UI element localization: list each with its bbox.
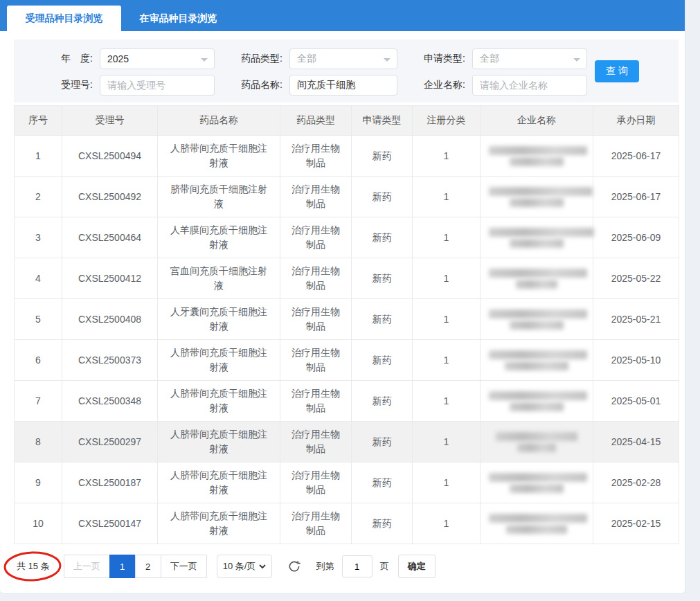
drug-type-cell: 治疗用生物制品 xyxy=(280,422,352,463)
drug-name-cell: 宫血间充质干细胞注射液 xyxy=(158,258,280,299)
table-row[interactable]: 7CXSL2500348人脐带间充质干细胞注射液治疗用生物制品新药12025-0… xyxy=(15,381,679,422)
prev-page-button[interactable]: 上一页 xyxy=(64,555,110,578)
index-cell: 8 xyxy=(15,422,62,463)
index-cell: 4 xyxy=(15,258,62,299)
page-button-group: 上一页 12 下一页 xyxy=(64,555,207,578)
page-size-value: 10 条/页 xyxy=(223,560,256,573)
company-cell-redacted xyxy=(481,177,593,217)
column-header: 申请类型 xyxy=(352,106,413,136)
acceptance-no-cell: CXSL2500297 xyxy=(62,422,158,463)
goto-page-suffix: 页 xyxy=(380,560,389,573)
acceptance-no-cell: CXSL2500187 xyxy=(62,463,158,503)
drug-type-cell: 治疗用生物制品 xyxy=(280,381,352,422)
apply-type-cell: 新药 xyxy=(352,340,413,381)
company-cell-redacted xyxy=(481,503,593,544)
apply-type-select[interactable]: 全部 xyxy=(472,48,587,69)
date-cell: 2025-06-09 xyxy=(593,217,679,258)
table-row[interactable]: 10CXSL2500147人脐带间充质干细胞注射液治疗用生物制品新药12025-… xyxy=(15,503,679,544)
index-cell: 10 xyxy=(15,503,62,544)
year-label: 年 度: xyxy=(43,53,93,65)
acceptance-no-cell: CXSL2500492 xyxy=(62,177,158,217)
column-header: 药品类型 xyxy=(280,106,352,136)
index-cell: 2 xyxy=(15,177,62,217)
table-row[interactable]: 1CXSL2500494人脐带间充质干细胞注射液治疗用生物制品新药12025-0… xyxy=(15,136,679,177)
apply-type-cell: 新药 xyxy=(352,258,413,299)
column-header: 受理号 xyxy=(62,106,158,136)
goto-page-input[interactable] xyxy=(342,555,373,577)
table-body: 1CXSL2500494人脐带间充质干细胞注射液治疗用生物制品新药12025-0… xyxy=(15,136,679,544)
table-row[interactable]: 5CXSL2500408人牙囊间充质干细胞注射液治疗用生物制品新药12025-0… xyxy=(15,299,679,340)
company-cell-redacted xyxy=(481,217,593,258)
column-header: 注册分类 xyxy=(413,106,481,136)
table-row[interactable]: 8CXSL2500297人脐带间充质干细胞注射液治疗用生物制品新药12025-0… xyxy=(15,422,679,463)
reg-class-cell: 1 xyxy=(413,422,481,463)
page-button-1[interactable]: 1 xyxy=(109,555,136,578)
company-cell-redacted xyxy=(481,258,593,299)
apply-type-cell: 新药 xyxy=(352,299,413,340)
company-name-label: 企业名称: xyxy=(413,79,465,91)
filter-panel: 年 度: 2025 药品类型: 全部 申请类型: 全部 受理号: 药品名称: 企… xyxy=(14,39,679,102)
reg-class-cell: 1 xyxy=(413,217,481,258)
chevron-down-icon xyxy=(259,564,266,569)
drug-type-cell: 治疗用生物制品 xyxy=(280,503,352,544)
date-cell: 2025-06-17 xyxy=(593,136,679,177)
table-row[interactable]: 9CXSL2500187人脐带间充质干细胞注射液治疗用生物制品新药12025-0… xyxy=(15,463,679,503)
reg-class-cell: 1 xyxy=(413,177,481,217)
drug-name-cell: 人脐带间充质干细胞注射液 xyxy=(158,136,280,177)
page-size-select[interactable]: 10 条/页 xyxy=(217,555,272,578)
acceptance-no-cell: CXSL2500348 xyxy=(62,381,158,422)
drug-name-input[interactable] xyxy=(289,75,397,96)
apply-type-cell: 新药 xyxy=(352,177,413,217)
column-header: 承办日期 xyxy=(593,106,679,136)
drug-type-select[interactable]: 全部 xyxy=(289,48,397,69)
index-cell: 1 xyxy=(15,136,62,177)
company-cell-redacted xyxy=(481,381,593,422)
acceptance-no-label: 受理号: xyxy=(43,79,93,91)
drug-name-cell: 人脐带间充质干细胞注射液 xyxy=(158,422,280,463)
apply-type-cell: 新药 xyxy=(352,463,413,503)
reg-class-cell: 1 xyxy=(413,299,481,340)
reg-class-cell: 1 xyxy=(413,340,481,381)
apply-type-cell: 新药 xyxy=(352,136,413,177)
refresh-icon[interactable] xyxy=(287,559,301,573)
page-button-2[interactable]: 2 xyxy=(135,555,161,578)
apply-type-cell: 新药 xyxy=(352,217,413,258)
date-cell: 2025-05-10 xyxy=(593,340,679,381)
drug-name-cell: 人脐带间充质干细胞注射液 xyxy=(158,463,280,503)
drug-type-cell: 治疗用生物制品 xyxy=(280,217,352,258)
next-page-button[interactable]: 下一页 xyxy=(161,555,207,578)
company-cell-redacted xyxy=(481,422,593,463)
date-cell: 2025-05-21 xyxy=(593,299,679,340)
drug-type-cell: 治疗用生物制品 xyxy=(280,258,352,299)
index-cell: 3 xyxy=(15,217,62,258)
date-cell: 2025-02-15 xyxy=(593,503,679,544)
date-cell: 2025-05-22 xyxy=(593,258,679,299)
drug-name-cell: 人脐带间充质干细胞注射液 xyxy=(158,503,280,544)
acceptance-no-cell: CXSL2500412 xyxy=(62,258,158,299)
table-row[interactable]: 6CXSL2500373人脐带间充质干细胞注射液治疗用生物制品新药12025-0… xyxy=(15,340,679,381)
confirm-button[interactable]: 确定 xyxy=(398,555,436,578)
drug-type-cell: 治疗用生物制品 xyxy=(280,463,352,503)
company-cell-redacted xyxy=(481,340,593,381)
date-cell: 2025-02-28 xyxy=(593,463,679,503)
acceptance-no-cell: CXSL2500408 xyxy=(62,299,158,340)
tab-under-review-catalog[interactable]: 在审品种目录浏览 xyxy=(121,6,235,31)
index-cell: 6 xyxy=(15,340,62,381)
acceptance-no-cell: CXSL2500494 xyxy=(62,136,158,177)
company-name-input[interactable] xyxy=(472,75,587,96)
reg-class-cell: 1 xyxy=(413,258,481,299)
tab-bar: 受理品种目录浏览 在审品种目录浏览 xyxy=(0,0,685,31)
content-card: 受理品种目录浏览 在审品种目录浏览 年 度: 2025 药品类型: 全部 申请类… xyxy=(0,0,685,594)
acceptance-no-input[interactable] xyxy=(100,75,215,96)
apply-type-cell: 新药 xyxy=(352,381,413,422)
year-select[interactable]: 2025 xyxy=(100,48,215,69)
drug-type-cell: 治疗用生物制品 xyxy=(280,136,352,177)
drug-type-label: 药品类型: xyxy=(230,53,282,65)
reg-class-cell: 1 xyxy=(413,136,481,177)
table-row[interactable]: 4CXSL2500412宫血间充质干细胞注射液治疗用生物制品新药12025-05… xyxy=(15,258,679,299)
reg-class-cell: 1 xyxy=(413,503,481,544)
table-row[interactable]: 3CXSL2500464人羊膜间充质干细胞注射液治疗用生物制品新药12025-0… xyxy=(15,217,679,258)
search-button[interactable]: 查 询 xyxy=(595,60,639,82)
tab-accepted-catalog[interactable]: 受理品种目录浏览 xyxy=(7,6,121,31)
table-row[interactable]: 2CXSL2500492脐带间充质干细胞注射液治疗用生物制品新药12025-06… xyxy=(15,177,679,217)
